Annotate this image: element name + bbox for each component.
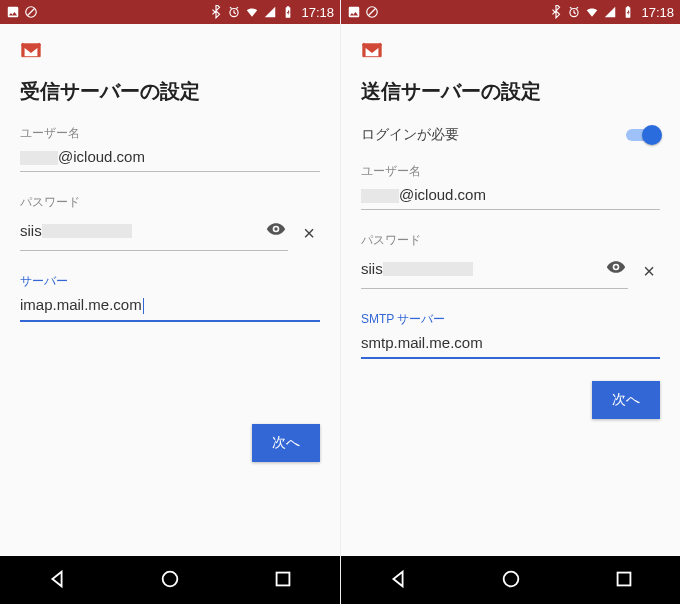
status-time: 17:18 — [301, 5, 334, 20]
signal-icon — [603, 5, 617, 19]
nav-home-icon[interactable] — [480, 560, 542, 601]
next-button[interactable]: 次へ — [252, 424, 320, 462]
username-value: @icloud.com — [58, 148, 145, 165]
content-area: 送信サーバーの設定 ログインが必要 ユーザー名 @icloud.com パスワー… — [341, 24, 680, 556]
nav-back-icon[interactable] — [367, 560, 429, 601]
status-bar: 17:18 — [0, 0, 340, 24]
username-label: ユーザー名 — [361, 163, 660, 180]
status-time: 17:18 — [641, 5, 674, 20]
smtp-server-field: SMTP サーバー smtp.mail.me.com — [361, 311, 660, 359]
username-field: ユーザー名 @icloud.com — [361, 163, 660, 210]
navigation-bar — [0, 556, 340, 604]
nav-recent-icon[interactable] — [252, 560, 314, 601]
redacted-username — [20, 151, 58, 165]
password-field: パスワード siis × — [361, 232, 660, 289]
redacted-password — [42, 224, 132, 238]
gmail-logo-icon — [20, 42, 42, 60]
password-input[interactable]: siis — [361, 253, 628, 289]
alarm-icon — [227, 5, 241, 19]
svg-point-3 — [163, 571, 178, 586]
bluetooth-icon — [549, 5, 563, 19]
battery-icon — [281, 5, 295, 19]
page-title: 送信サーバーの設定 — [361, 78, 660, 105]
svg-rect-4 — [277, 572, 290, 585]
signal-icon — [263, 5, 277, 19]
visibility-toggle-icon[interactable] — [264, 217, 288, 244]
visibility-toggle-icon[interactable] — [604, 255, 628, 282]
image-icon — [347, 5, 361, 19]
username-value: @icloud.com — [399, 186, 486, 203]
nav-back-icon[interactable] — [26, 560, 88, 601]
battery-icon — [621, 5, 635, 19]
smtp-server-label: SMTP サーバー — [361, 311, 660, 328]
no-sim-icon — [365, 5, 379, 19]
page-title: 受信サーバーの設定 — [20, 78, 320, 105]
username-field: ユーザー名 @icloud.com — [20, 125, 320, 172]
nav-recent-icon[interactable] — [593, 560, 655, 601]
redacted-password — [383, 262, 473, 276]
svg-point-8 — [503, 571, 518, 586]
smtp-server-input[interactable]: smtp.mail.me.com — [361, 332, 660, 359]
redacted-username — [361, 189, 399, 203]
username-label: ユーザー名 — [20, 125, 320, 142]
server-value: imap.mail.me.com — [20, 296, 142, 313]
gmail-logo-icon — [361, 42, 383, 60]
password-input[interactable]: siis — [20, 215, 288, 251]
text-cursor — [143, 298, 144, 314]
outgoing-server-screen: 17:18 送信サーバーの設定 ログインが必要 ユーザー名 @icloud.co… — [340, 0, 680, 604]
login-required-toggle[interactable] — [626, 125, 660, 145]
incoming-server-screen: 17:18 受信サーバーの設定 ユーザー名 @icloud.com パスワード … — [0, 0, 340, 604]
server-field: サーバー imap.mail.me.com — [20, 273, 320, 322]
clear-password-icon[interactable]: × — [638, 260, 660, 283]
wifi-icon — [245, 5, 259, 19]
content-area: 受信サーバーの設定 ユーザー名 @icloud.com パスワード siis × — [0, 24, 340, 556]
password-label: パスワード — [361, 232, 660, 249]
login-required-label: ログインが必要 — [361, 126, 459, 144]
svg-line-1 — [28, 9, 35, 16]
status-bar: 17:18 — [341, 0, 680, 24]
svg-rect-9 — [617, 572, 630, 585]
image-icon — [6, 5, 20, 19]
nav-home-icon[interactable] — [139, 560, 201, 601]
password-value: siis — [361, 260, 383, 277]
next-button[interactable]: 次へ — [592, 381, 660, 419]
wifi-icon — [585, 5, 599, 19]
login-required-row: ログインが必要 — [361, 125, 660, 145]
server-input[interactable]: imap.mail.me.com — [20, 294, 320, 322]
password-field: パスワード siis × — [20, 194, 320, 251]
username-input[interactable]: @icloud.com — [361, 184, 660, 210]
username-input[interactable]: @icloud.com — [20, 146, 320, 172]
navigation-bar — [341, 556, 680, 604]
smtp-server-value: smtp.mail.me.com — [361, 334, 483, 351]
bluetooth-icon — [209, 5, 223, 19]
password-value: siis — [20, 222, 42, 239]
no-sim-icon — [24, 5, 38, 19]
password-label: パスワード — [20, 194, 320, 211]
svg-line-6 — [369, 9, 376, 16]
clear-password-icon[interactable]: × — [298, 222, 320, 245]
server-label: サーバー — [20, 273, 320, 290]
alarm-icon — [567, 5, 581, 19]
